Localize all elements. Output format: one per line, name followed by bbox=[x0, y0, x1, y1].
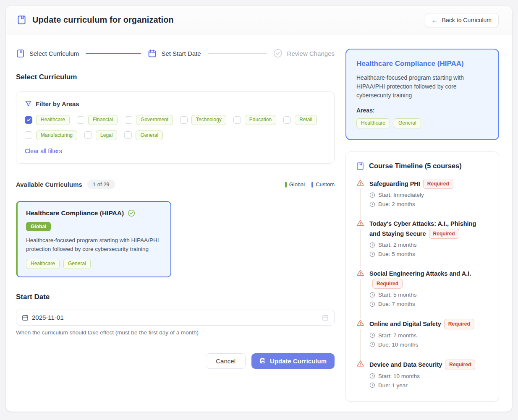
step-label: Select Curriculum bbox=[29, 50, 79, 57]
timeline-course-item: Safeguarding PHIRequired Start: Immediat… bbox=[356, 179, 489, 219]
start-date-heading: Start Date bbox=[16, 293, 335, 301]
summary-description: Healthcare-focused program starting with… bbox=[356, 73, 488, 100]
filter-checkbox-technology[interactable]: Technology bbox=[180, 115, 226, 125]
funnel-icon bbox=[25, 100, 32, 107]
clock-icon bbox=[369, 292, 375, 298]
timeline-rail bbox=[360, 329, 361, 360]
calendar-small-icon bbox=[22, 314, 29, 321]
required-badge: Required bbox=[423, 179, 453, 189]
selected-check-icon bbox=[128, 209, 135, 217]
curriculum-card-description: Healthcare-focused program starting with… bbox=[26, 236, 162, 254]
course-start: Start: Immediately bbox=[378, 192, 424, 198]
date-picker-icon[interactable] bbox=[322, 314, 329, 321]
clock-icon bbox=[369, 251, 375, 257]
legend: Global Custom bbox=[285, 181, 335, 188]
step-label: Set Start Date bbox=[161, 50, 201, 57]
legend-global: Global bbox=[285, 181, 305, 188]
timeline-course-item: Social Engineering Attacks and A.I.Requi… bbox=[356, 269, 489, 319]
course-due: Due: 5 months bbox=[378, 251, 415, 257]
check-circle-icon bbox=[273, 49, 283, 58]
course-title-line: Social Engineering Attacks and A.I.Requi… bbox=[369, 269, 489, 289]
checkbox-checked-icon bbox=[25, 116, 32, 124]
warning-triangle-icon bbox=[356, 319, 364, 327]
course-due: Due: 1 year bbox=[378, 382, 408, 389]
filter-title: Filter by Areas bbox=[36, 100, 79, 107]
clock-icon bbox=[369, 342, 375, 347]
clock-icon bbox=[369, 242, 375, 248]
areas-label: Areas: bbox=[356, 107, 488, 114]
wizard-stepper: Select Curriculum Set Start Date bbox=[16, 49, 335, 58]
filter-checkbox-manufacturing[interactable]: Manufacturing bbox=[25, 130, 77, 141]
required-badge: Required bbox=[445, 360, 475, 370]
select-curriculum-heading: Select Curriculum bbox=[16, 73, 335, 81]
legend-custom: Custom bbox=[311, 181, 335, 188]
available-curriculums-label: Available Curriculums bbox=[16, 181, 82, 188]
clock-icon bbox=[369, 373, 375, 379]
required-badge: Required bbox=[429, 229, 459, 239]
filter-checkbox-healthcare[interactable]: Healthcare bbox=[25, 115, 70, 125]
timeline-rail bbox=[360, 189, 361, 219]
back-button-label: Back to Curriculum bbox=[442, 17, 492, 23]
filter-checkbox-government[interactable]: Government bbox=[125, 115, 173, 125]
update-curriculum-label: Update Curriculum bbox=[270, 357, 327, 365]
curriculum-card-title: Healthcare Compliance (HIPAA) bbox=[26, 209, 124, 217]
checkbox-icon bbox=[25, 131, 32, 139]
required-badge: Required bbox=[444, 319, 474, 329]
timeline-rail bbox=[360, 229, 361, 269]
course-title-line: Today's Cyber Attacks: A.I., Phishing an… bbox=[369, 219, 489, 239]
filter-checkbox-legal[interactable]: Legal bbox=[84, 130, 117, 141]
warning-triangle-icon bbox=[356, 269, 364, 277]
clock-icon bbox=[369, 201, 375, 207]
checkbox-icon bbox=[84, 131, 92, 139]
available-curriculums-row: Available Curriculums 1 of 29 Global Cus… bbox=[16, 180, 335, 189]
course-title-line: Online and Digital SafetyRequired bbox=[369, 319, 489, 329]
course-due: Due: 2 months bbox=[378, 201, 415, 207]
cancel-button[interactable]: Cancel bbox=[206, 353, 246, 369]
calendar-icon bbox=[148, 49, 157, 58]
clock-icon bbox=[369, 332, 375, 338]
update-curriculum-button[interactable]: Update Curriculum bbox=[251, 353, 335, 369]
filter-checkbox-general[interactable]: General bbox=[124, 130, 163, 141]
area-tag: Healthcare bbox=[356, 118, 390, 128]
area-tag: General bbox=[394, 118, 421, 128]
update-curriculum-dialog: Update curriculum for organization ← Bac… bbox=[6, 6, 512, 412]
step-set-start-date[interactable]: Set Start Date bbox=[148, 49, 201, 58]
filter-checkbox-education[interactable]: Education bbox=[233, 115, 276, 125]
selected-curriculum-summary-card: Healthcare Compliance (HIPAA) Healthcare… bbox=[345, 49, 499, 140]
timeline-rail bbox=[360, 279, 361, 319]
course-timeline-panel: Course Timeline (5 courses) bbox=[345, 151, 499, 402]
start-date-value: 2025-11-01 bbox=[32, 314, 64, 321]
clock-icon bbox=[369, 192, 375, 198]
checkbox-icon bbox=[180, 116, 188, 124]
timeline-course-item: Device and Data SecurityRequired Start: … bbox=[356, 360, 489, 391]
filter-checkbox-financial[interactable]: Financial bbox=[77, 115, 118, 125]
area-tag: Financial bbox=[88, 115, 118, 125]
area-tag: Retail bbox=[295, 115, 317, 125]
course-start: Start: 5 months bbox=[378, 292, 417, 298]
custom-legend-bar bbox=[311, 182, 313, 188]
back-to-curriculum-button[interactable]: ← Back to Curriculum bbox=[425, 13, 499, 27]
course-due: Due: 10 months bbox=[378, 342, 418, 348]
area-tag: Government bbox=[136, 115, 173, 125]
area-tag: Technology bbox=[191, 115, 226, 125]
dialog-actions: Cancel Update Curriculum bbox=[16, 353, 335, 369]
clear-all-filters-link[interactable]: Clear all filters bbox=[25, 148, 62, 154]
checkbox-icon bbox=[77, 116, 84, 124]
filter-checkbox-retail[interactable]: Retail bbox=[283, 115, 317, 125]
course-start: Start: 2 months bbox=[378, 242, 417, 248]
course-title-line: Device and Data SecurityRequired bbox=[369, 360, 489, 370]
step-select-curriculum[interactable]: Select Curriculum bbox=[16, 49, 79, 58]
curriculum-card-hipaa-selected[interactable]: Healthcare Compliance (HIPAA) Global Hea… bbox=[16, 201, 171, 277]
course-due: Due: 7 months bbox=[378, 301, 415, 307]
checkbox-icon bbox=[233, 116, 241, 124]
page-title: Update curriculum for organization bbox=[32, 15, 174, 25]
start-date-input[interactable]: 2025-11-01 bbox=[16, 310, 335, 326]
curriculum-count-badge: 1 of 29 bbox=[87, 180, 115, 189]
step-label: Review Changes bbox=[287, 50, 335, 57]
required-badge: Required bbox=[372, 279, 403, 289]
global-badge: Global bbox=[26, 222, 51, 231]
checkbox-icon bbox=[125, 116, 132, 124]
book-icon bbox=[356, 162, 364, 170]
stepper-connector-active bbox=[86, 53, 141, 54]
step-review-changes[interactable]: Review Changes bbox=[273, 49, 335, 58]
